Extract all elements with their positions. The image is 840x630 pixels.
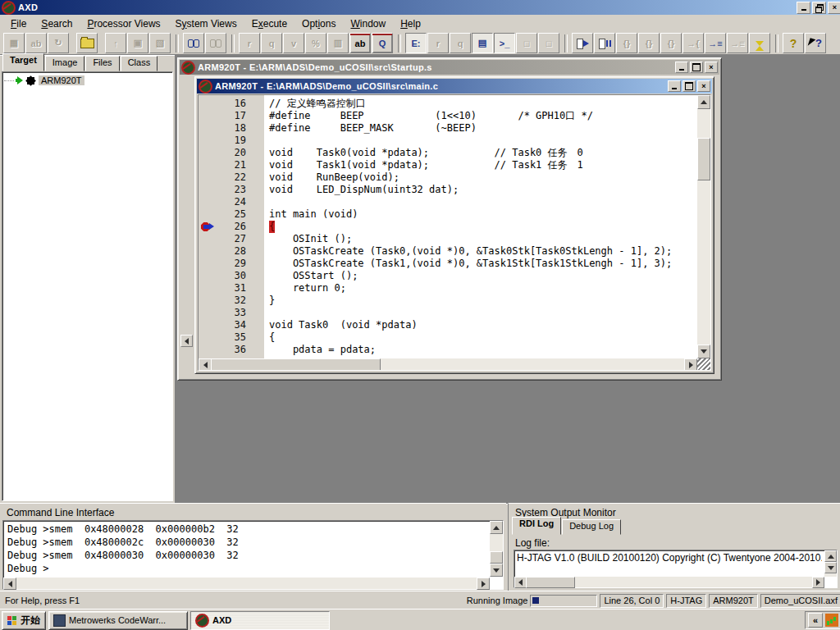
metrowerks-icon — [53, 614, 66, 627]
line-number: 32 — [199, 294, 246, 307]
target-view-button[interactable]: E: — [405, 33, 427, 53]
menu-search[interactable]: Search — [34, 16, 80, 31]
status-panes: Line 26, Col 0H-JTAGARM920TDemo_uCOSII.a… — [600, 594, 840, 608]
hscroll-thumb[interactable] — [211, 358, 381, 371]
main-maximize-button[interactable] — [682, 80, 696, 92]
call-stack-button: % — [305, 33, 326, 53]
stop-button[interactable] — [594, 33, 615, 53]
cli-panel: Command Line Interface Debug >smem 0x480… — [0, 503, 506, 591]
code-text: { — [269, 221, 275, 233]
target-tree[interactable]: ARM920T — [2, 71, 173, 501]
tab-image[interactable]: Image — [45, 56, 85, 71]
tab-files[interactable]: Files — [85, 56, 119, 71]
pause-icon — [599, 39, 610, 48]
toolbar-separator — [176, 34, 179, 52]
close-button[interactable]: × — [828, 2, 840, 14]
log-vscrollbar[interactable] — [824, 550, 837, 577]
taskbar-button-metrowerks-codewarr-[interactable]: Metrowerks CodeWarr... — [48, 611, 188, 630]
code-line-26: 26{ — [199, 221, 697, 233]
main-minimize-button[interactable] — [668, 80, 681, 92]
tab-debug-log[interactable]: Debug Log — [562, 519, 621, 535]
app-titlebar[interactable]: AXD × — [0, 0, 840, 15]
cli-vscroll-thumb[interactable] — [490, 551, 503, 564]
log-vscroll-up-arrow[interactable] — [824, 550, 837, 562]
startup-hscroll-left-arrow[interactable] — [180, 335, 193, 347]
tab-rdi-log[interactable]: RDI Log — [512, 517, 561, 535]
console-window-button[interactable]: >_ — [494, 33, 515, 53]
step-in-button: {} — [616, 33, 637, 53]
menu-window[interactable]: Window — [343, 16, 393, 31]
vscroll-up-arrow[interactable] — [697, 95, 710, 109]
find-in-files-button[interactable] — [183, 33, 204, 53]
find-next-button — [205, 33, 226, 53]
context-help-button[interactable] — [805, 33, 826, 53]
log-hscroll-left-arrow[interactable] — [514, 577, 527, 588]
startup-minimize-button[interactable] — [675, 62, 688, 73]
hscroll-left-arrow[interactable] — [199, 358, 212, 371]
running-image-label: Running Image — [467, 596, 528, 605]
log-hscroll-thumb[interactable] — [526, 577, 575, 588]
cli-hscrollbar[interactable] — [3, 578, 490, 589]
vscroll-down-arrow[interactable] — [697, 345, 710, 358]
attach-image-button: ▧ — [149, 33, 171, 53]
start-button[interactable]: 开始 — [2, 611, 46, 630]
resize-grip[interactable] — [697, 358, 710, 370]
task-label: AXD — [212, 615, 231, 625]
hjtag-tray-icon[interactable] — [825, 614, 838, 627]
line-number: 36 — [199, 344, 246, 356]
line-number: 35 — [199, 331, 246, 344]
main-titlebar[interactable]: ARM920T - E:\ARM\ADS\Demo_uCOSII\src\mai… — [197, 79, 712, 94]
go-button[interactable] — [572, 33, 593, 53]
disassembly-button[interactable]: ab — [349, 33, 371, 53]
cli-vscroll-up-arrow[interactable] — [490, 521, 503, 534]
menu-options[interactable]: Options — [294, 16, 343, 31]
log-hscroll-right-arrow[interactable] — [812, 577, 824, 588]
cli-vscroll-down-arrow[interactable] — [490, 564, 503, 577]
cli-output-line: Debug >smem 0x48000030 0x00000030 32 — [5, 549, 488, 562]
minimize-button[interactable] — [797, 2, 810, 14]
code-vscrollbar[interactable] — [697, 95, 710, 358]
startup-maximize-button[interactable] — [690, 62, 703, 73]
cli-vscrollbar[interactable] — [490, 521, 503, 577]
main-close-button[interactable]: × — [697, 80, 710, 92]
toolbar-separator — [775, 34, 778, 52]
source-search-button[interactable]: Q — [372, 33, 393, 53]
log-vscroll-down-arrow[interactable] — [824, 562, 837, 573]
restore-button[interactable] — [812, 2, 826, 14]
log-hscrollbar[interactable] — [514, 577, 824, 587]
tab-class[interactable]: Class — [121, 56, 158, 71]
code-text: { — [269, 331, 275, 344]
log-file-box[interactable]: H-JTAG V1.0 (BUILD 20100120) Copyright (… — [514, 550, 838, 588]
help-button[interactable]: ? — [783, 33, 804, 53]
menu-processor-views[interactable]: Processor Views — [80, 16, 167, 31]
cli-hscroll-right-arrow[interactable] — [477, 578, 490, 590]
code-text: pdata = pdata; — [269, 344, 376, 356]
menu-help[interactable]: Help — [393, 16, 428, 31]
open-file-button[interactable] — [76, 33, 98, 53]
vscroll-thumb[interactable] — [697, 138, 710, 180]
line-number: 22 — [199, 171, 246, 184]
cli-output[interactable]: Debug >smem 0x48000028 0x000000b2 32Debu… — [2, 520, 504, 590]
task-label: Metrowerks CodeWarr... — [69, 615, 166, 625]
menu-execute[interactable]: Execute — [244, 16, 294, 31]
taskbar-button-axd[interactable]: AXD — [190, 611, 330, 630]
code-view[interactable]: 16// 定义蜂鸣器控制口17#define BEEP (1<<10) /* G… — [198, 94, 711, 371]
target-panel: TargetImageFilesClass ARM920T — [2, 56, 173, 501]
menu-file[interactable]: File — [3, 16, 34, 31]
current-pc-arrow-icon — [203, 225, 209, 229]
startup-titlebar[interactable]: ARM920T - E:\ARM\ADS\Demo_uCOSII\src\Sta… — [180, 60, 719, 75]
tray-chevron-button[interactable]: « — [808, 613, 823, 628]
startup-close-button[interactable]: × — [705, 62, 718, 73]
line-number: 24 — [199, 196, 246, 208]
processor-chip-icon — [27, 77, 34, 84]
menu-system-views[interactable]: System Views — [168, 16, 244, 31]
tab-target[interactable]: Target — [2, 53, 44, 71]
tree-item-arm920t[interactable]: ARM920T — [2, 72, 172, 89]
line-number: 16 — [199, 98, 246, 110]
toggle-breakpoint-button[interactable]: →≡ — [705, 33, 726, 53]
code-hscrollbar[interactable] — [199, 358, 697, 370]
cli-hscroll-left-arrow[interactable] — [3, 578, 16, 590]
hscroll-right-arrow[interactable] — [684, 358, 697, 371]
wait-button[interactable] — [749, 33, 770, 53]
output-list-window-button[interactable]: ▤ — [472, 33, 493, 53]
